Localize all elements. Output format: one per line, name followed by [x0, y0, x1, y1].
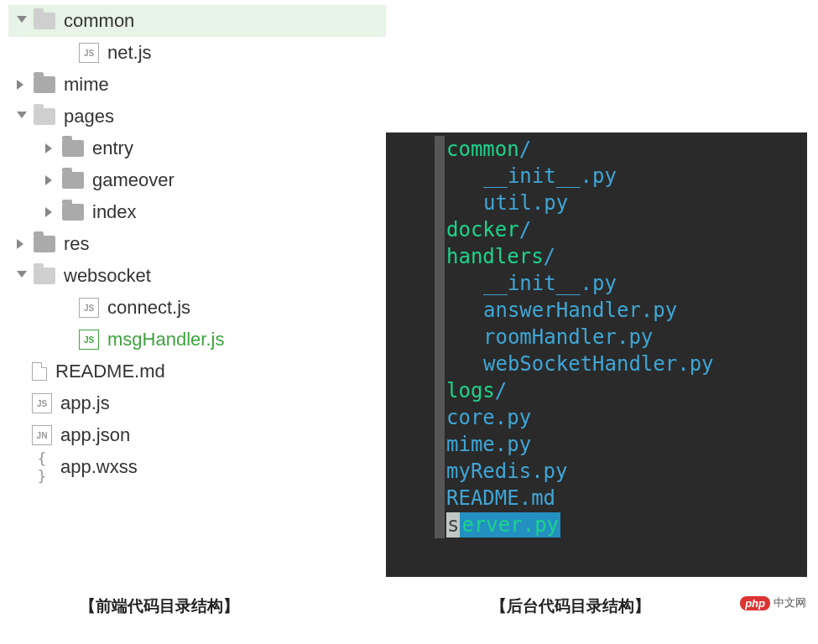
chevron-right-icon[interactable]: [45, 143, 55, 153]
chevron-down-icon[interactable]: [418, 253, 430, 261]
caption-frontend: 【前端代码目录结构】: [80, 595, 239, 617]
indent-rail: [435, 485, 445, 512]
tree-item-label: __init__.py: [446, 164, 617, 188]
file-icon: [32, 362, 47, 381]
js-file-icon: JS: [32, 393, 52, 413]
tree-item[interactable]: docker/: [386, 216, 807, 243]
tree-item-label: webSocketHandler.py: [446, 352, 714, 376]
chevron-right-icon[interactable]: [422, 224, 430, 236]
tree-item[interactable]: myRedis.py: [386, 458, 807, 485]
tree-item[interactable]: JSapp.js: [8, 387, 386, 419]
tree-item[interactable]: __init__.py: [386, 270, 807, 297]
tree-item[interactable]: { }app.wxss: [8, 451, 386, 483]
tree-item[interactable]: res: [8, 228, 386, 260]
tree-item[interactable]: answerHandler.py: [386, 297, 807, 324]
tree-item-label: connect.js: [107, 297, 190, 319]
tree-item[interactable]: gameover: [8, 164, 386, 196]
chevron-down-icon[interactable]: [17, 271, 27, 281]
tree-item-label: net.js: [107, 42, 152, 64]
tree-item[interactable]: mime: [8, 69, 386, 101]
tree-item-label: common: [64, 10, 134, 32]
tree-item-label: logs: [446, 379, 495, 402]
tree-item[interactable]: common/: [386, 136, 807, 163]
tree-item[interactable]: JNapp.json: [8, 419, 386, 451]
jn-file-icon: JN: [32, 425, 52, 445]
tree-item[interactable]: pages: [8, 101, 386, 132]
tree-item-label: myRedis.py: [446, 460, 568, 483]
slash: /: [519, 218, 531, 242]
tree-item-label: index: [92, 201, 137, 223]
indent-rail: [435, 431, 445, 458]
tree-item[interactable]: handlers/: [386, 243, 807, 270]
chevron-right-icon[interactable]: [45, 207, 55, 217]
tree-item[interactable]: util.py: [386, 190, 807, 216]
indent-rail: [435, 458, 445, 485]
frontend-tree[interactable]: commonJSnet.jsmimepagesentrygameoverinde…: [0, 0, 386, 483]
chevron-down-icon[interactable]: [17, 112, 27, 122]
chevron-down-icon[interactable]: [17, 16, 27, 26]
backend-tree[interactable]: common/__init__.pyutil.pydocker/handlers…: [386, 132, 807, 577]
tree-item-label: res: [64, 233, 90, 255]
tree-item[interactable]: websocket: [8, 260, 386, 292]
tree-item[interactable]: server.py: [386, 512, 807, 538]
indent-rail: [435, 216, 445, 243]
tree-item[interactable]: README.md: [8, 356, 386, 387]
caption-backend: 【后台代码目录结构】: [491, 595, 650, 617]
tree-item-label: common: [446, 138, 519, 161]
folder-icon: [34, 108, 55, 125]
tree-item-label: core.py: [446, 406, 531, 429]
folder-icon: [62, 172, 84, 189]
tree-item-label: README.md: [55, 361, 165, 382]
tree-item-label: __init__.py: [446, 272, 617, 295]
slash: /: [544, 245, 555, 268]
tree-item-label: pages: [64, 106, 114, 127]
chevron-right-icon[interactable]: [17, 80, 27, 90]
tree-item-label: erver.py: [460, 512, 560, 538]
tree-item-label: mime: [64, 74, 109, 96]
chevron-right-icon[interactable]: [45, 175, 55, 185]
braces-icon: { }: [32, 449, 52, 485]
tree-item[interactable]: JSconnect.js: [8, 292, 386, 324]
slash: /: [495, 379, 507, 402]
tree-item[interactable]: roomHandler.py: [386, 324, 807, 351]
tree-item[interactable]: JSmsgHandler.js: [8, 324, 386, 356]
tree-item[interactable]: common: [8, 5, 386, 37]
chevron-right-icon[interactable]: [422, 385, 430, 397]
indent-rail: [435, 297, 445, 324]
tree-item-label: util.py: [446, 191, 568, 215]
chevron-right-icon[interactable]: [17, 239, 27, 249]
tree-item-label: app.json: [60, 424, 130, 446]
indent-rail: [435, 324, 445, 351]
indent-rail: [435, 270, 445, 297]
js-file-icon: JS: [79, 298, 99, 318]
js-file-icon: JS: [79, 43, 99, 63]
indent-rail: [435, 136, 445, 163]
watermark: php 中文网: [740, 595, 806, 610]
tree-item[interactable]: README.md: [386, 485, 807, 512]
tree-item-label: websocket: [64, 265, 151, 287]
watermark-cn: 中文网: [774, 595, 806, 610]
tree-item[interactable]: logs/: [386, 377, 807, 404]
tree-item[interactable]: webSocketHandler.py: [386, 351, 807, 377]
tree-item[interactable]: JSnet.js: [8, 37, 386, 69]
chevron-down-icon[interactable]: [418, 146, 430, 153]
tree-item[interactable]: mime.py: [386, 431, 807, 458]
folder-icon: [62, 204, 84, 221]
tree-item-label: app.js: [60, 392, 110, 414]
tree-item[interactable]: core.py: [386, 404, 807, 431]
folder-icon: [62, 140, 84, 157]
indent-rail: [435, 163, 445, 190]
captions-row: 【前端代码目录结构】 【后台代码目录结构】: [0, 595, 818, 617]
tree-item-label: docker: [446, 218, 519, 242]
indent-rail: [435, 404, 445, 431]
tree-item[interactable]: entry: [8, 132, 386, 164]
tree-item-label: entry: [92, 138, 133, 159]
tree-item-label: roomHandler.py: [446, 325, 653, 349]
tree-item-label: README.md: [446, 486, 555, 510]
folder-icon: [34, 236, 55, 252]
tree-item[interactable]: index: [8, 196, 386, 228]
tree-item-label: gameover: [92, 169, 175, 191]
indent-rail: [435, 377, 445, 404]
tree-item[interactable]: __init__.py: [386, 163, 807, 190]
cursor-char: s: [446, 512, 460, 538]
